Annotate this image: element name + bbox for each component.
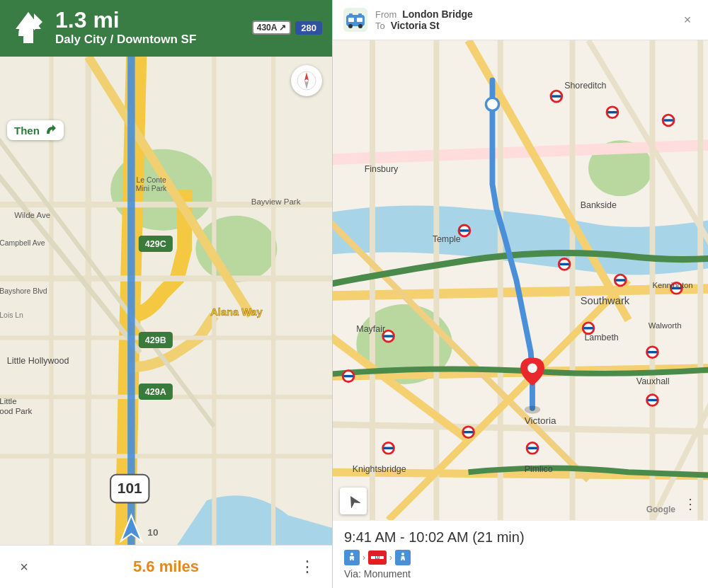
svg-text:10: 10 <box>147 527 158 538</box>
step-arrow-1: › <box>362 553 365 563</box>
transit-header: From London Bridge To Victoria St × <box>333 0 708 40</box>
svg-point-30 <box>348 24 353 28</box>
transit-steps: › LU › <box>344 550 697 565</box>
svg-text:101: 101 <box>118 480 142 496</box>
then-label: Then <box>14 125 40 137</box>
right-panel: From London Bridge To Victoria St × <box>333 0 708 588</box>
svg-text:Southwark: Southwark <box>581 295 630 306</box>
svg-text:Pimlico: Pimlico <box>525 464 553 474</box>
transit-to: To Victoria St <box>375 20 670 31</box>
then-bubble: Then <box>7 120 64 140</box>
transit-bottom: 9:41 AM - 10:02 AM (21 min) › LU › <box>333 520 708 588</box>
svg-text:Mini Park: Mini Park <box>136 185 167 192</box>
close-transit-button[interactable]: × <box>677 9 698 30</box>
svg-point-90 <box>401 553 404 555</box>
nav-info: 1.3 mi Daly City / Downtown SF <box>55 8 244 47</box>
nav-destination: Daly City / Downtown SF <box>55 33 244 47</box>
svg-point-39 <box>486 98 498 110</box>
svg-text:Alana Way: Alana Way <box>210 306 263 318</box>
svg-text:Little Hollywood: Little Hollywood <box>7 356 69 366</box>
svg-text:Walworth: Walworth <box>649 321 682 330</box>
compass-icon <box>297 71 316 91</box>
svg-text:Temple: Temple <box>433 234 461 244</box>
badge-430a: 430A ↗ <box>252 21 292 35</box>
svg-text:Campbell Ave: Campbell Ave <box>0 239 45 247</box>
svg-text:Kennington: Kennington <box>652 281 692 289</box>
compass-rose[interactable] <box>291 65 322 96</box>
transit-time-range: 9:41 AM - 10:02 AM (21 min) <box>344 529 697 546</box>
tube-icon <box>343 8 367 32</box>
svg-point-86 <box>350 553 353 555</box>
location-arrow-icon <box>346 494 360 508</box>
svg-point-40 <box>525 405 541 413</box>
then-turn-icon <box>44 124 57 137</box>
nav-header: 1.3 mi Daly City / Downtown SF 430A ↗ 28… <box>0 0 332 57</box>
nav-distance: 1.3 mi <box>55 8 244 31</box>
svg-text:Shoreditch: Shoreditch <box>564 81 606 91</box>
svg-point-41 <box>527 364 537 374</box>
right-map-svg: Shoreditch Finsbury Temple Bankside Sout… <box>333 40 708 520</box>
google-logo: Google <box>646 505 675 514</box>
left-bottom-bar: × 5.6 miles ⋮ <box>0 545 332 588</box>
svg-text:Le Conte: Le Conte <box>136 176 166 184</box>
right-map[interactable]: Shoreditch Finsbury Temple Bankside Sout… <box>333 40 708 520</box>
svg-rect-34 <box>349 13 353 16</box>
svg-text:Lois Ln: Lois Ln <box>0 311 23 319</box>
svg-text:429B: 429B <box>145 335 166 345</box>
highway-badges: 430A ↗ 280 <box>252 21 322 35</box>
svg-text:429A: 429A <box>145 387 166 397</box>
location-button[interactable] <box>340 488 367 514</box>
step-arrow-2: › <box>389 553 392 563</box>
total-distance: 5.6 miles <box>133 558 199 576</box>
tube-step-icon: LU <box>368 550 387 565</box>
svg-text:Bayshore Blvd: Bayshore Blvd <box>0 287 47 295</box>
badge-280: 280 <box>295 21 322 35</box>
transit-route-info: From London Bridge To Victoria St <box>375 8 670 31</box>
left-panel: 1.3 mi Daly City / Downtown SF 430A ↗ 28… <box>0 0 333 588</box>
svg-point-31 <box>358 24 362 28</box>
svg-text:Vauxhall: Vauxhall <box>636 376 670 386</box>
transit-mode-icon <box>343 7 368 33</box>
walk-start-icon <box>344 550 360 565</box>
svg-text:LU: LU <box>375 555 380 560</box>
more-options-map-button[interactable]: ⋮ <box>680 493 701 514</box>
walking-icon <box>347 553 357 563</box>
svg-text:ood Park: ood Park <box>0 407 33 415</box>
svg-text:Lambeth: Lambeth <box>584 333 618 342</box>
svg-text:Little: Little <box>0 397 17 405</box>
walking-end-icon <box>398 553 408 563</box>
transit-from: From London Bridge <box>375 8 670 20</box>
right-map-overlay: Google ⋮ <box>333 482 708 520</box>
svg-text:Bayview Park: Bayview Park <box>251 197 301 206</box>
svg-rect-32 <box>348 18 354 22</box>
svg-text:Wilde Ave: Wilde Ave <box>14 211 50 219</box>
turn-arrow-icon <box>10 9 47 46</box>
svg-marker-85 <box>346 494 360 508</box>
transit-via: Via: Monument <box>344 568 697 580</box>
svg-text:429C: 429C <box>145 239 166 249</box>
left-map: Then <box>0 57 332 545</box>
svg-text:Knightsbridge: Knightsbridge <box>353 464 406 474</box>
walk-end-icon <box>395 550 411 565</box>
svg-text:Victoria: Victoria <box>525 415 556 426</box>
close-navigation-button[interactable]: × <box>11 554 37 580</box>
svg-text:Bankside: Bankside <box>581 200 617 210</box>
svg-text:Finsbury: Finsbury <box>365 164 399 174</box>
svg-text:Mayfair: Mayfair <box>356 324 385 334</box>
underground-icon: LU <box>370 552 385 563</box>
svg-rect-33 <box>357 18 362 22</box>
more-options-button[interactable]: ⋮ <box>295 554 321 580</box>
svg-rect-35 <box>358 13 362 16</box>
